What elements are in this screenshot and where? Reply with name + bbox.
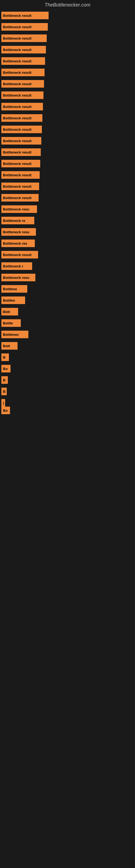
bottleneck-bar: Bo [1, 365, 10, 372]
bar-label: B [3, 390, 5, 394]
bar-item: Bottleneck result [1, 34, 135, 42]
bottleneck-bar: B [1, 388, 7, 395]
bottleneck-bar: B [1, 353, 9, 361]
bar-item: | [1, 399, 135, 407]
bottleneck-bar: Bottleneck result [1, 126, 42, 133]
bar-label: Bottleneck result [3, 36, 31, 40]
bottleneck-bar: Bottleneck result [1, 114, 42, 122]
bottleneck-bar: Bo [1, 407, 10, 414]
bar-item: Bo [1, 365, 135, 372]
bar-label: Bottleneck result [3, 139, 31, 143]
bottleneck-bar: Bottlene [1, 285, 27, 293]
bar-label: Bott [3, 344, 10, 348]
bar-label: Bottleneck result [3, 173, 31, 177]
bottleneck-bar: Bottleneck result [1, 46, 46, 54]
bar-item: Bottleneck re [1, 217, 135, 224]
bottleneck-bar: Bottleneck res [1, 240, 35, 247]
bar-item: Bottleneck result [1, 57, 135, 65]
bottleneck-bar: Bottleneck r [1, 262, 32, 270]
bar-item: Bottleneck result [1, 80, 135, 88]
bar-label: Bottleneck res [3, 241, 27, 246]
bar-item: Bott [1, 342, 135, 350]
bottleneck-bar: B [1, 376, 8, 384]
bar-label: | [3, 401, 4, 405]
bar-item: Bottleneck result [1, 114, 135, 122]
bar-label: Bott [3, 310, 10, 314]
bottleneck-bar: Bott [1, 342, 17, 350]
bar-label: Bottleneck result [3, 253, 31, 257]
bar-label: Bottlen [3, 299, 15, 303]
bars-container: Bottleneck resultBottleneck resultBottle… [0, 9, 135, 417]
bar-label: Bottleneck result [3, 25, 31, 29]
bar-label: Bottleneck r [3, 264, 23, 268]
bottleneck-bar: Bottleneck result [1, 148, 41, 156]
bottleneck-bar: Bottleneck result [1, 194, 39, 202]
bar-label: Bottleneck resu [3, 276, 30, 280]
bar-label: Bottleneck re [3, 219, 25, 223]
bar-label: Bottleneck result [3, 93, 31, 97]
bar-label: Bottleneck resu [3, 207, 30, 211]
bar-item: Bottleneck result [1, 183, 135, 190]
bar-item: Bottleneck resu [1, 228, 135, 236]
bar-label: Bottleneck result [3, 70, 31, 74]
bar-item: Bottleneck result [1, 69, 135, 76]
bar-item: Bottleneck result [1, 103, 135, 111]
bar-label: B [3, 378, 5, 382]
bottleneck-bar: Bottleneck result [1, 57, 45, 65]
bar-label: Bo [3, 408, 8, 412]
bottleneck-bar: Bott [1, 308, 18, 315]
bar-item: Bottleneck r [1, 262, 135, 270]
bar-label: Bottle [3, 321, 13, 325]
bottleneck-bar: Bottleneck result [1, 91, 43, 99]
bottleneck-bar: Bottleneck resu [1, 228, 36, 236]
bar-item: Bottleneck result [1, 194, 135, 202]
bottleneck-bar: Bottleneck result [1, 171, 40, 179]
bar-item: Bottlene [1, 285, 135, 293]
bottleneck-bar: Bottleneck result [1, 12, 49, 19]
bar-item: Bottleneck result [1, 12, 135, 19]
bottleneck-bar: Bottleneck resu [1, 205, 37, 213]
bottleneck-bar: Bottleneck result [1, 251, 38, 258]
bar-label: Bottleneck result [3, 105, 31, 109]
bar-label: Bottlenec [3, 333, 19, 337]
bar-label: Bo [3, 367, 8, 371]
bottleneck-bar: Bottleneck result [1, 183, 39, 190]
bar-item: B [1, 353, 135, 361]
bottleneck-bar: Bottleneck result [1, 137, 41, 145]
bar-label: Bottleneck result [3, 82, 31, 86]
bar-label: Bottleneck result [3, 116, 31, 120]
bottleneck-bar: | [1, 399, 5, 407]
bar-label: Bottleneck result [3, 184, 31, 188]
bottleneck-bar: Bottleneck re [1, 217, 34, 224]
bar-item: Bottleneck result [1, 23, 135, 31]
bar-item: Bottleneck resu [1, 274, 135, 281]
bar-label: Bottleneck result [3, 150, 31, 154]
bar-item: Bottlen [1, 297, 135, 304]
bar-item: Bottleneck result [1, 160, 135, 167]
bar-label: Bottlene [3, 287, 17, 291]
bar-label: B [3, 355, 5, 360]
bottleneck-bar: Bottleneck result [1, 69, 45, 76]
bottleneck-bar: Bottle [1, 319, 21, 327]
bar-label: Bottleneck result [3, 162, 31, 166]
bar-item: Bottleneck result [1, 251, 135, 258]
bottleneck-bar: Bottlenec [1, 331, 28, 338]
bar-item: B [1, 388, 135, 395]
bar-label: Bottleneck result [3, 59, 31, 63]
bar-item: Bottleneck result [1, 46, 135, 54]
bar-item: B [1, 376, 135, 384]
bar-item: Bottle [1, 319, 135, 327]
site-title: TheBottlenecker.com [0, 0, 135, 9]
bar-label: Bottleneck resu [3, 230, 30, 234]
bar-item: Bo [1, 407, 135, 414]
bar-label: Bottleneck result [3, 127, 31, 131]
bottleneck-bar: Bottleneck result [1, 160, 40, 167]
bar-label: Bottleneck result [3, 196, 31, 200]
bar-item: Bottleneck result [1, 126, 135, 133]
bar-item: Bott [1, 308, 135, 315]
bar-item: Bottleneck result [1, 91, 135, 99]
bar-item: Bottleneck result [1, 171, 135, 179]
bottleneck-bar: Bottleneck result [1, 23, 48, 31]
bottleneck-bar: Bottleneck resu [1, 274, 35, 281]
bottleneck-bar: Bottleneck result [1, 80, 44, 88]
